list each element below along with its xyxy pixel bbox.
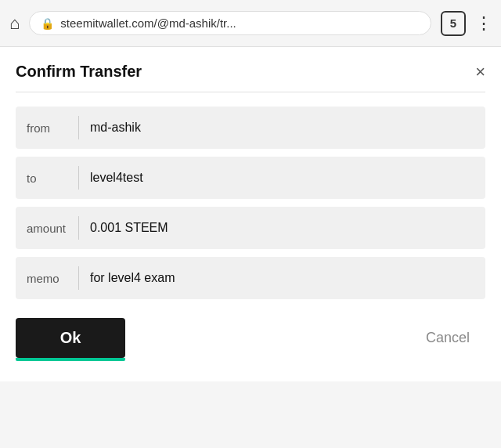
- header-divider: [16, 92, 485, 92]
- amount-label: amount: [16, 222, 78, 235]
- dialog-actions: Ok Cancel: [16, 318, 485, 358]
- more-options-icon[interactable]: ⋮: [475, 13, 492, 34]
- from-value: md-ashik: [90, 121, 485, 135]
- memo-value: for level4 exam: [90, 271, 485, 285]
- browser-chrome: ⌂ 🔒 steemitwallet.com/@md-ashik/tr... 5 …: [0, 0, 501, 47]
- confirm-transfer-dialog: Confirm Transfer × from md-ashik to leve…: [0, 47, 501, 381]
- to-label: to: [16, 172, 78, 185]
- ok-button[interactable]: Ok: [16, 318, 125, 358]
- tab-count-badge[interactable]: 5: [441, 11, 466, 36]
- from-label: from: [16, 121, 78, 135]
- address-bar[interactable]: 🔒 steemitwallet.com/@md-ashik/tr...: [29, 11, 431, 35]
- to-divider: [78, 166, 79, 190]
- to-value: level4test: [90, 171, 485, 185]
- to-row: to level4test: [16, 157, 485, 199]
- cancel-button[interactable]: Cancel: [410, 319, 485, 357]
- dialog-title: Confirm Transfer: [16, 63, 142, 81]
- dialog-header: Confirm Transfer ×: [16, 63, 485, 81]
- dialog-overlay: Confirm Transfer × from md-ashik to leve…: [0, 47, 501, 381]
- memo-divider: [78, 266, 79, 290]
- from-divider: [78, 116, 79, 139]
- memo-label: memo: [16, 272, 78, 285]
- amount-value: 0.001 STEEM: [90, 221, 485, 235]
- lock-icon: 🔒: [41, 17, 54, 30]
- amount-divider: [78, 216, 79, 240]
- home-icon[interactable]: ⌂: [9, 13, 20, 34]
- from-row: from md-ashik: [16, 107, 485, 149]
- memo-row: memo for level4 exam: [16, 257, 485, 299]
- address-text: steemitwallet.com/@md-ashik/tr...: [60, 16, 420, 30]
- close-button[interactable]: ×: [475, 63, 485, 81]
- amount-row: amount 0.001 STEEM: [16, 207, 485, 249]
